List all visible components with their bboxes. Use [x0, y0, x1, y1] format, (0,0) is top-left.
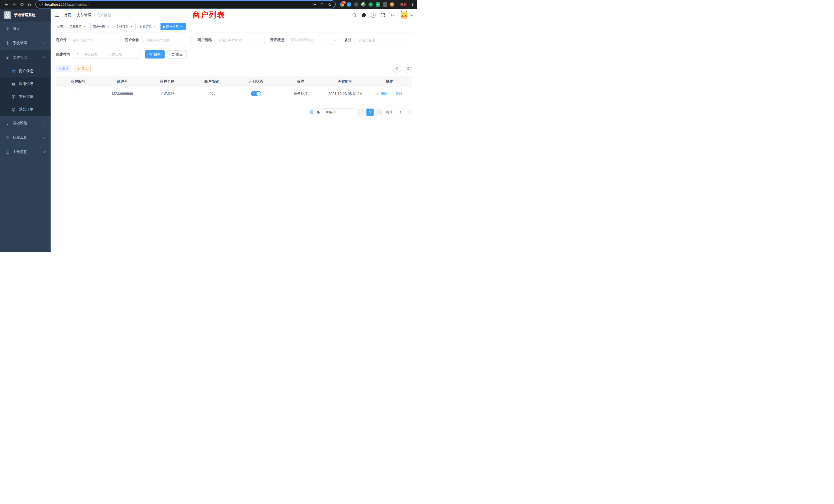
toggle-search-icon[interactable] — [393, 64, 401, 73]
tab-home[interactable]: 首页 — [55, 23, 65, 30]
edit-button[interactable]: 修改 — [377, 91, 387, 96]
sidebar-item-infra[interactable]: 基础设施 — [0, 116, 50, 130]
gear-icon — [5, 41, 10, 45]
close-icon[interactable]: × — [83, 25, 87, 28]
tab-user-group[interactable]: 用户分组× — [90, 23, 112, 30]
export-button[interactable]: 导出 — [74, 65, 91, 72]
hamburger-icon[interactable] — [55, 13, 60, 18]
screen: localhost:1024/pay/merchant 10 — [0, 0, 417, 252]
svg-text:T: T — [390, 13, 392, 17]
svg-text:T: T — [393, 15, 394, 17]
delete-button[interactable]: 删除 — [392, 91, 402, 96]
extension-dark-icon[interactable] — [354, 2, 358, 7]
browser-menu-icon[interactable] — [410, 2, 414, 6]
close-icon[interactable]: × — [180, 25, 183, 28]
browser-extensions: 10 — [338, 2, 396, 7]
tab-refund-order[interactable]: 退款订单× — [137, 23, 159, 30]
col-status: 开启状态 — [234, 76, 278, 87]
browser-update-button[interactable]: 更新 — [398, 2, 408, 7]
page-size-select[interactable]: 10条/页 — [323, 108, 354, 116]
sidebar-item-label: 应用信息 — [19, 82, 34, 86]
date-range-picker[interactable]: - — [73, 50, 139, 59]
page-number-1[interactable]: 1 — [367, 109, 374, 116]
font-size-icon[interactable]: TT — [390, 13, 395, 18]
active-dot — [163, 26, 165, 28]
sidebar-item-home[interactable]: 首页 — [0, 22, 50, 36]
extension-check-icon[interactable] — [369, 2, 373, 7]
refresh-table-icon[interactable] — [404, 64, 412, 73]
sidebar-item-app-info[interactable]: 应用信息 — [0, 77, 50, 90]
field-label: 商户号 — [56, 38, 70, 42]
add-button[interactable]: + 新增 — [56, 65, 71, 72]
next-page-button[interactable] — [376, 109, 383, 116]
reset-button[interactable]: 重置 — [167, 50, 187, 59]
sidebar-item-refund-order[interactable]: 退款订单 — [0, 103, 50, 116]
field-label: 商户全称 — [125, 38, 142, 42]
extension-orange-icon[interactable] — [390, 2, 394, 7]
download-icon — [77, 67, 80, 70]
sidebar-item-devtools[interactable]: 研发工具 — [0, 130, 50, 145]
sidebar-item-label: 首页 — [13, 26, 20, 31]
sidebar-item-merchant-info[interactable]: 商户信息 — [0, 65, 50, 77]
app-logo-row[interactable]: 芋道管理系统 — [0, 9, 50, 22]
calendar-icon — [75, 53, 79, 56]
page-info-icon[interactable] — [39, 2, 43, 6]
extension-puzzle-icon[interactable] — [383, 2, 387, 7]
close-icon[interactable]: × — [130, 25, 133, 28]
sidebar-item-system[interactable]: 系统管理 — [0, 36, 50, 50]
trash-icon — [392, 92, 395, 95]
table-row[interactable]: 1 M233666999 芋道源码 芋艿 我是备注 2021-10-23 08:… — [56, 87, 412, 100]
breadcrumb-home[interactable]: 首页 — [64, 13, 71, 18]
full-name-input[interactable] — [142, 36, 192, 44]
tab-merchant-info[interactable]: 商户信息× — [160, 23, 185, 30]
tab-process-form[interactable]: 流程表单× — [67, 23, 89, 30]
omnibox-actions — [312, 2, 332, 7]
refresh-icon — [171, 53, 175, 56]
app-title: 芋道管理系统 — [14, 13, 36, 18]
jump-page-input[interactable] — [394, 108, 407, 116]
url-bar[interactable]: localhost:1024/pay/merchant — [36, 0, 336, 8]
header: 首页 / 支付管理 / 商户信息 ? — [50, 9, 417, 22]
short-name-input[interactable] — [215, 36, 264, 44]
bank-card-icon — [11, 69, 16, 73]
user-avatar-menu[interactable] — [399, 10, 413, 20]
sidebar-item-label: 支付管理 — [13, 55, 27, 60]
field-label: 商户简称 — [197, 38, 215, 42]
reload-icon[interactable] — [18, 1, 26, 8]
bookmark-star-icon[interactable] — [328, 2, 332, 7]
cell-status — [234, 87, 278, 100]
close-icon[interactable]: × — [153, 25, 157, 28]
extension-drop-icon[interactable] — [347, 2, 351, 7]
merchant-no-input[interactable] — [70, 36, 119, 44]
extension-note-icon[interactable] — [376, 2, 380, 7]
col-merchant-id: 商户编号 — [56, 76, 100, 87]
status-select[interactable]: 请选择开启状态 — [288, 36, 339, 44]
password-key-icon[interactable] — [312, 2, 316, 7]
sidebar-item-pay-order[interactable]: 支付订单 — [0, 90, 50, 103]
forward-icon[interactable] — [10, 1, 18, 8]
end-date-input[interactable] — [105, 52, 125, 57]
close-icon[interactable]: × — [106, 25, 110, 28]
github-icon[interactable] — [361, 13, 366, 18]
col-merchant-no: 商户号 — [100, 76, 145, 87]
extension-avatar-icon[interactable] — [361, 2, 366, 7]
extension-colorwheel-icon[interactable]: 10 — [340, 2, 344, 7]
sidebar-item-workflow[interactable]: 工作流程 — [0, 145, 50, 159]
remark-input[interactable] — [355, 36, 411, 44]
sidebar-item-payment[interactable]: 支付管理 — [0, 50, 50, 65]
start-date-input[interactable] — [81, 52, 101, 57]
breadcrumb-payment[interactable]: 支付管理 — [77, 13, 91, 18]
tab-pay-order[interactable]: 支付订单× — [114, 23, 136, 30]
home-icon[interactable] — [26, 1, 34, 8]
status-toggle[interactable] — [251, 91, 261, 96]
help-icon[interactable]: ? — [371, 13, 376, 18]
back-icon[interactable] — [3, 1, 10, 8]
cell-merchant-id: 1 — [56, 87, 100, 100]
search-icon[interactable] — [352, 13, 357, 18]
app: 芋道管理系统 首页 系统管理 支付管理 — [0, 9, 417, 252]
prev-page-button[interactable] — [357, 109, 364, 116]
search-button[interactable]: 搜索 — [145, 50, 164, 59]
fullscreen-icon[interactable] — [380, 13, 385, 18]
table-tools — [393, 64, 412, 73]
share-icon[interactable] — [320, 2, 324, 6]
